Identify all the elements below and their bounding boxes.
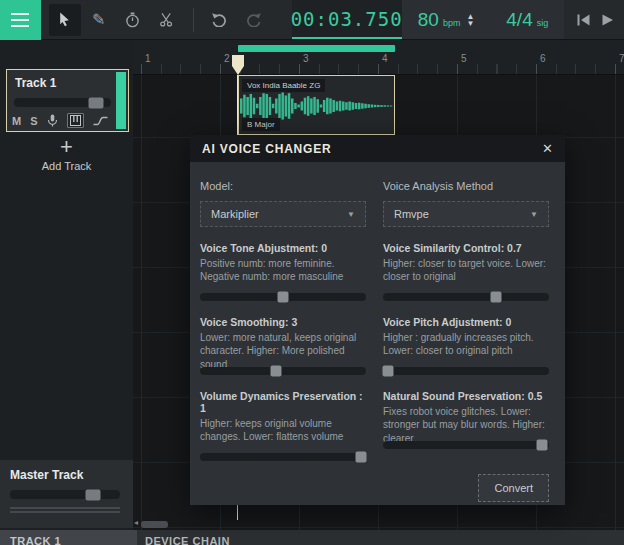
pencil-icon: ✎ [92,10,105,29]
ruler-number: 7 [619,53,624,64]
bpm-value: 80 [418,9,439,31]
track-name: Track 1 [15,76,56,90]
method-label: Voice Analysis Method [383,180,549,192]
add-track-button[interactable]: + Add Track [0,132,133,182]
play-icon [602,14,614,26]
timer-tool-button[interactable] [117,4,149,36]
microphone-icon [47,114,58,127]
ruler-number: 2 [224,53,230,64]
param-desc: Higher : gradually increases pitch. Lowe… [383,331,549,358]
track-1-panel[interactable]: Track 1 M S [6,69,129,132]
cursor-icon [58,12,71,27]
track-volume-slider[interactable] [14,98,111,107]
slider-handle[interactable] [278,292,289,303]
redo-icon [245,12,262,27]
loop-region-bar[interactable] [238,45,395,52]
redo-button[interactable] [238,4,270,36]
time-display[interactable]: 00:03.750 [292,0,402,39]
slider-handle[interactable] [490,292,501,303]
param-natural-sound: Natural Sound Preservation: 0.5 Fixes ro… [383,390,549,461]
slider-handle[interactable] [537,440,548,451]
voice-tone-slider[interactable] [200,293,366,301]
time-signature-control[interactable]: 4/4 sig [491,0,564,39]
master-track-name: Master Track [10,468,83,482]
bpm-control[interactable]: 80 bpm ▲ ▼ [402,0,491,39]
param-desc: Positive numb: more feminine. Negative n… [200,257,366,284]
track-buttons: M S [12,113,108,128]
bpm-steppers: ▲ ▼ [466,13,474,27]
natural-sound-slider[interactable] [383,441,549,449]
voice-smoothing-slider[interactable] [200,367,366,375]
pencil-tool-button[interactable]: ✎ [83,4,115,36]
chevron-down-icon: ▼ [347,210,355,219]
ruler-number: 6 [540,53,546,64]
model-field: Model: Markiplier ▼ [200,180,366,227]
daw-app: ✎ 00:03.750 80 bpm ▲ ▼ [0,0,624,545]
record-arm-button[interactable] [47,114,58,127]
param-desc: Higher: closer to target voice. Lower: c… [383,257,549,284]
add-track-label: Add Track [0,160,133,172]
scissors-icon [159,12,174,27]
ruler-number: 3 [303,53,309,64]
ruler-number: 1 [145,53,151,64]
param-title: Voice Smoothing: 3 [200,316,366,328]
ruler-number: 5 [461,53,467,64]
transport-controls [564,0,624,39]
param-title: Voice Pitch Adjustment: 0 [383,316,549,328]
dialog-body: Model: Markiplier ▼ Voice Analysis Metho… [190,162,565,502]
tab-device-chain[interactable]: DEVICE CHAIN [145,535,230,545]
slider-handle[interactable] [382,366,393,377]
master-volume-handle[interactable] [85,489,100,500]
cursor-tool-button[interactable] [49,4,81,36]
slider-handle[interactable] [271,366,282,377]
master-volume-slider[interactable] [10,490,120,499]
signature-value: 4/4 [506,9,532,31]
toolbar: ✎ 00:03.750 80 bpm ▲ ▼ [0,0,624,40]
master-track-panel[interactable]: Master Track [0,460,133,528]
model-select[interactable]: Markiplier ▼ [200,201,366,227]
convert-button[interactable]: Convert [478,474,549,502]
bottom-tab-bar: TRACK 1 DEVICE CHAIN [0,530,624,545]
param-volume-dynamics: Volume Dynamics Preservation : 1 Higher:… [200,390,366,461]
close-icon[interactable]: ✕ [542,142,553,155]
bpm-unit: bpm [443,18,461,28]
audio-clip[interactable]: Vox India Baable ZG B Major [238,75,395,135]
param-title: Voice Similarity Control: 0.7 [383,242,549,254]
hamburger-menu-button[interactable] [0,0,41,40]
volume-dynamics-slider[interactable] [200,453,366,461]
dialog-title: AI VOICE CHANGER [202,142,331,156]
slider-handle[interactable] [356,452,367,463]
ruler-number: 4 [382,53,388,64]
voice-pitch-slider[interactable] [383,367,549,375]
timeline-ruler[interactable]: 1 2 3 4 5 6 7 [133,40,624,75]
param-voice-similarity: Voice Similarity Control: 0.7 Higher: cl… [383,242,549,301]
scroll-left-icon[interactable]: ◂ [134,518,138,527]
skip-to-start-icon [577,14,590,26]
clip-key-label: B Major [242,118,280,131]
time-display-value: 00:03.750 [291,8,403,30]
track-sidebar: Track 1 M S + Add Track [0,40,133,530]
dialog-header: AI VOICE CHANGER ✕ [190,135,565,162]
mute-button[interactable]: M [12,115,21,127]
solo-button[interactable]: S [30,115,37,127]
chevron-down-icon: ▼ [530,210,538,219]
method-select[interactable]: Rmvpe ▼ [383,201,549,227]
tab-track-1[interactable]: TRACK 1 [0,530,137,545]
param-title: Volume Dynamics Preservation : 1 [200,390,366,414]
automation-curve-icon [93,116,108,126]
track-volume-handle[interactable] [89,97,104,108]
plus-icon: + [0,134,133,160]
param-desc: Fixes robot voice glitches. Lower: stron… [383,405,549,432]
piano-roll-button[interactable] [67,113,84,128]
bpm-down-button[interactable]: ▼ [466,20,474,27]
cut-tool-button[interactable] [151,4,183,36]
param-title: Natural Sound Preservation: 0.5 [383,390,549,402]
voice-similarity-slider[interactable] [383,293,549,301]
horizontal-scrollbar-thumb[interactable] [141,521,168,528]
automation-button[interactable] [93,116,108,126]
param-desc: Lower: more natural, keeps original char… [200,331,366,358]
undo-button[interactable] [204,4,236,36]
play-button[interactable] [602,4,624,36]
method-field: Voice Analysis Method Rmvpe ▼ [383,180,549,227]
skip-to-start-button[interactable] [564,4,602,36]
